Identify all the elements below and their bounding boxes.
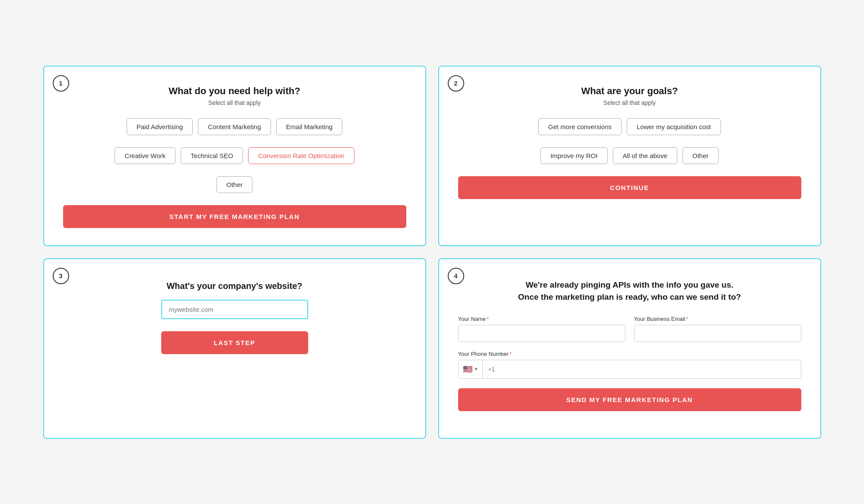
email-group: Your Business Email* [634,316,801,342]
chevron-down-icon: ▼ [474,367,478,371]
card2-subtitle: Select all that apply [458,99,801,106]
card1-options: Paid Advertising Content Marketing Email… [63,118,406,135]
option-other-2[interactable]: Other [682,147,719,164]
name-label: Your Name* [458,316,625,322]
card3-question: What's your company's website? [166,281,302,291]
phone-input[interactable] [483,361,800,377]
card1-cta-button[interactable]: START MY FREE MARKETING PLAN [63,205,406,228]
option-content-marketing[interactable]: Content Marketing [198,118,271,135]
website-input[interactable] [161,300,308,319]
option-get-more-conversions[interactable]: Get more conversions [538,118,622,135]
option-paid-advertising[interactable]: Paid Advertising [127,118,193,135]
step-badge-2: 2 [448,75,464,92]
card4-header: We're already pinging APIs with the info… [458,279,801,304]
card3-inner: What's your company's website? LAST STEP [63,275,406,361]
card2-title: What are your goals? [458,86,801,97]
email-input[interactable] [634,325,801,342]
option-lower-acquisition[interactable]: Lower my acquisition cost [627,118,721,135]
option-all-above[interactable]: All of the above [613,147,677,164]
phone-label: Your Phone Number* [458,351,801,357]
phone-flag-selector[interactable]: 🇺🇸 ▼ [459,360,483,378]
card3-cta-wrap: LAST STEP [161,331,308,354]
step-badge-1: 1 [53,75,69,92]
card1-options-row2: Creative Work Technical SEO Conversion R… [63,147,406,164]
option-technical-seo[interactable]: Technical SEO [181,147,243,164]
email-label: Your Business Email* [634,316,801,322]
step-badge-3: 3 [53,268,69,284]
card1-subtitle: Select all that apply [63,99,406,106]
card4-cta-button[interactable]: SEND MY FREE MARKETING PLAN [458,388,801,411]
card-step-2: 2 What are your goals? Select all that a… [438,66,821,246]
card-step-1: 1 What do you need help with? Select all… [43,66,426,246]
card3-cta-button[interactable]: LAST STEP [161,331,308,354]
card2-options-row1: Get more conversions Lower my acquisitio… [458,118,801,135]
phone-row: 🇺🇸 ▼ [458,360,801,379]
option-improve-roi[interactable]: Improve my ROI [540,147,607,164]
card-step-4: 4 We're already pinging APIs with the in… [438,258,821,439]
name-input[interactable] [458,325,625,342]
option-cro[interactable]: Conversion Rate Optimization [248,147,354,164]
card-step-3: 3 What's your company's website? LAST ST… [43,258,426,439]
card2-cta-button[interactable]: CONTINUE [458,176,801,199]
option-creative-work[interactable]: Creative Work [115,147,175,164]
card2-options-row2: Improve my ROI All of the above Other [458,147,801,164]
option-other-1[interactable]: Other [217,176,253,193]
card1-options-row3: Other [63,176,406,193]
phone-group: Your Phone Number* 🇺🇸 ▼ [458,351,801,379]
name-group: Your Name* [458,316,625,342]
step-badge-4: 4 [448,268,464,284]
flag-emoji: 🇺🇸 [463,365,472,374]
card1-title: What do you need help with? [63,86,406,97]
card4-cta-wrap: SEND MY FREE MARKETING PLAN [458,388,801,411]
form-row-1: Your Name* Your Business Email* [458,316,801,342]
main-grid: 1 What do you need help with? Select all… [43,66,821,439]
option-email-marketing[interactable]: Email Marketing [276,118,343,135]
